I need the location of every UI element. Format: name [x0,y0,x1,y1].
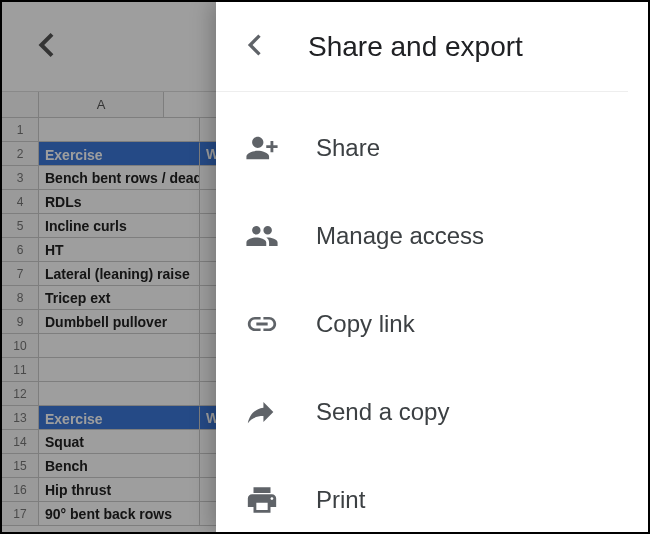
link-icon [242,304,282,344]
menu-item-label: Print [316,486,365,514]
panel-back-icon[interactable] [242,31,270,63]
modal-scrim[interactable] [2,2,216,532]
group-icon [242,216,282,256]
menu-item-manage-access[interactable]: Manage access [216,192,648,280]
menu-item-copy-link[interactable]: Copy link [216,280,648,368]
menu-item-send-a-copy[interactable]: Send a copy [216,368,648,456]
menu-item-share[interactable]: Share [216,104,648,192]
menu-item-label: Manage access [316,222,484,250]
menu-item-print[interactable]: Print [216,456,648,534]
menu-item-label: Share [316,134,380,162]
person-add-icon [242,128,282,168]
menu-item-label: Send a copy [316,398,449,426]
menu-item-label: Copy link [316,310,415,338]
send-copy-icon [242,392,282,432]
share-export-panel: Share and export ShareManage accessCopy … [216,2,648,532]
print-icon [242,480,282,520]
panel-title: Share and export [308,31,523,63]
